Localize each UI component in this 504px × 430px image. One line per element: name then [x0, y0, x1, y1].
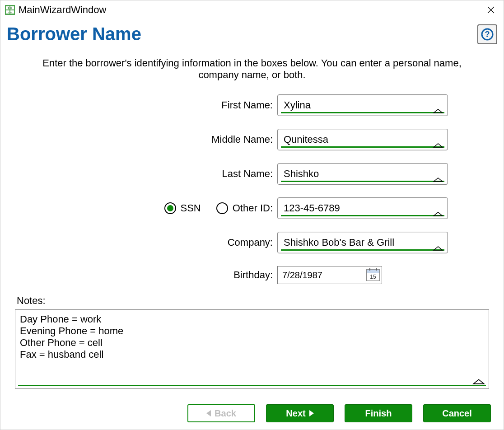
- cancel-button[interactable]: Cancel: [423, 404, 491, 422]
- radio-icon: [216, 202, 228, 214]
- wizard-header: Borrower Name ?: [0, 19, 504, 49]
- instructions-text: Enter the borrower's identifying informa…: [40, 57, 464, 81]
- finish-button-label: Finish: [365, 408, 392, 419]
- first-name-label: First Name:: [56, 99, 277, 111]
- back-button: Back: [187, 404, 255, 422]
- birthday-label: Birthday:: [56, 269, 277, 281]
- edit-indicator-icon: [433, 177, 443, 182]
- company-field-wrap: [277, 232, 448, 253]
- edit-indicator-icon: [433, 108, 443, 114]
- calendar-day-label: 15: [370, 273, 376, 280]
- calendar-picker-button[interactable]: 15: [366, 269, 380, 281]
- page-title: Borrower Name: [7, 24, 141, 44]
- other-id-radio-label: Other ID:: [233, 202, 273, 214]
- input-underline: [281, 215, 444, 216]
- middle-name-field-wrap: [277, 129, 448, 150]
- input-underline: [281, 181, 444, 182]
- notes-section: Notes:: [15, 295, 489, 389]
- first-name-field-wrap: [277, 94, 448, 116]
- id-value-field-wrap: [277, 197, 448, 219]
- titlebar: $ %x = MainWizardWindow: [0, 0, 504, 19]
- notes-textarea[interactable]: [15, 310, 489, 388]
- radio-icon: [164, 202, 176, 214]
- svg-text:?: ?: [485, 30, 490, 39]
- last-name-label: Last Name:: [56, 168, 277, 180]
- last-name-field-wrap: [277, 163, 448, 185]
- svg-text:x =: x =: [8, 11, 12, 14]
- form-area: First Name: Middle Name: Last Name:: [15, 94, 489, 284]
- birthday-field: 15: [277, 266, 382, 284]
- next-button[interactable]: Next: [266, 404, 334, 422]
- svg-text:$ %: $ %: [8, 7, 13, 9]
- ssn-radio-label: SSN: [181, 202, 201, 214]
- notes-label: Notes:: [17, 295, 489, 307]
- notes-field-wrap: [15, 309, 489, 389]
- input-underline: [18, 385, 486, 386]
- finish-button[interactable]: Finish: [345, 404, 412, 422]
- input-underline: [281, 249, 444, 251]
- triangle-left-icon: [206, 410, 211, 416]
- cancel-button-label: Cancel: [442, 408, 472, 419]
- middle-name-label: Middle Name:: [56, 134, 277, 145]
- calendar-icon: [367, 270, 379, 273]
- next-button-label: Next: [286, 408, 305, 419]
- wizard-footer: Back Next Finish Cancel: [0, 397, 504, 430]
- close-button[interactable]: [483, 3, 499, 17]
- spreadsheet-icon: $ %x =: [5, 5, 15, 15]
- close-icon: [487, 6, 495, 14]
- other-id-radio[interactable]: Other ID:: [216, 202, 273, 214]
- back-button-label: Back: [215, 408, 236, 419]
- input-underline: [281, 112, 444, 113]
- id-type-group: SSN Other ID:: [56, 202, 277, 214]
- window-title: MainWizardWindow: [19, 4, 106, 16]
- help-button[interactable]: ?: [477, 24, 497, 44]
- edit-indicator-icon: [433, 246, 443, 251]
- wizard-content: Enter the borrower's identifying informa…: [0, 49, 504, 397]
- main-window: $ %x = MainWizardWindow Borrower Name ? …: [0, 0, 504, 430]
- ssn-radio[interactable]: SSN: [164, 202, 201, 214]
- edit-indicator-icon: [472, 379, 485, 387]
- edit-indicator-icon: [433, 143, 443, 148]
- help-icon: ?: [481, 28, 494, 41]
- birthday-input[interactable]: [281, 270, 349, 281]
- company-label: Company:: [56, 237, 277, 248]
- triangle-right-icon: [309, 410, 314, 416]
- edit-indicator-icon: [433, 211, 443, 217]
- input-underline: [281, 146, 444, 148]
